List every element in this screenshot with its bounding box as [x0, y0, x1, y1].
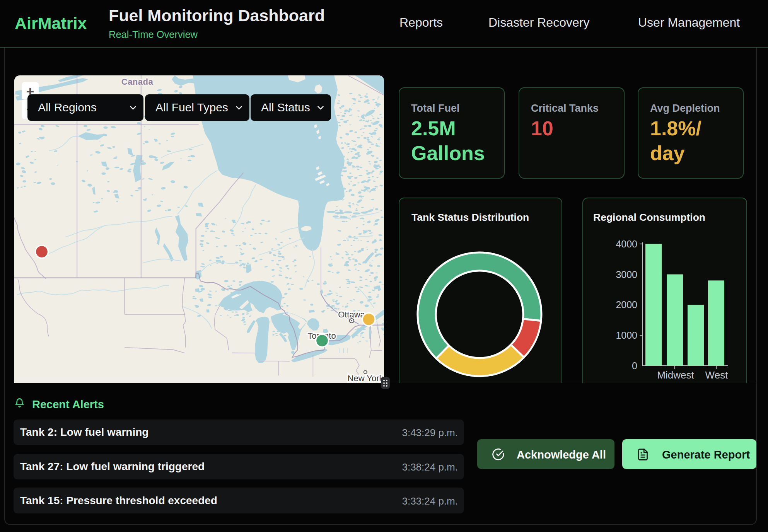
svg-text:Canada: Canada	[121, 77, 154, 87]
svg-text:0: 0	[632, 360, 637, 371]
svg-text:New York: New York	[348, 373, 384, 383]
svg-text:West: West	[705, 369, 729, 381]
svg-text:2000: 2000	[616, 299, 637, 310]
svg-text:3000: 3000	[616, 269, 637, 280]
svg-text:Ottawa: Ottawa	[338, 310, 365, 319]
svg-text:1000: 1000	[616, 330, 637, 341]
svg-text:Midwest: Midwest	[657, 369, 694, 381]
svg-text:4000: 4000	[616, 239, 637, 249]
